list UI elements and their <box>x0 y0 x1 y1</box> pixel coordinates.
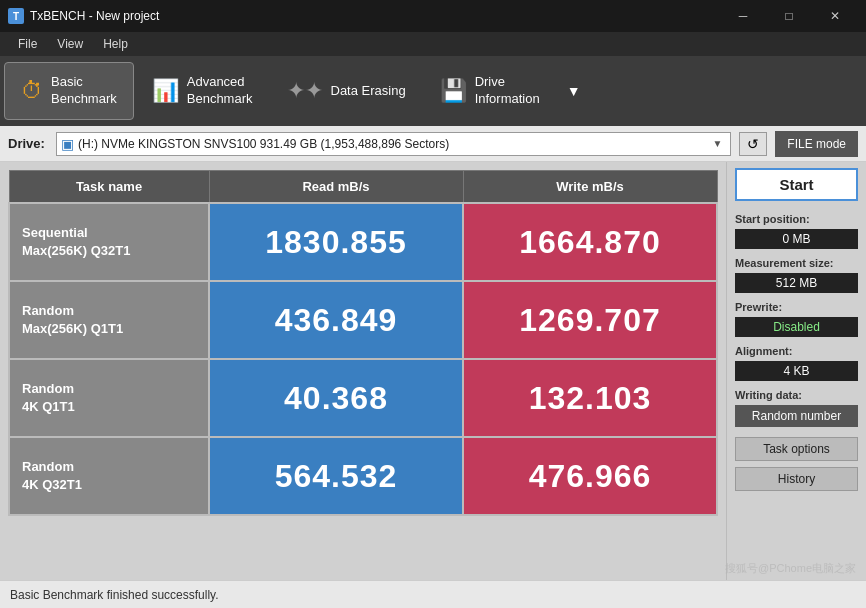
main-content: Task name Read mB/s Write mB/s Sequentia… <box>0 162 866 580</box>
read-value-random-4k-q32: 564.532 <box>209 437 463 515</box>
tab-data-erasing[interactable]: ✦✦ Data Erasing <box>271 62 422 120</box>
drive-select-icon: ▣ <box>61 136 74 152</box>
tab-basic-benchmark[interactable]: ⏱ BasicBenchmark <box>4 62 134 120</box>
title-bar: T TxBENCH - New project ─ □ ✕ <box>0 0 866 32</box>
refresh-icon: ↺ <box>747 136 759 152</box>
timer-icon: ⏱ <box>21 78 43 104</box>
task-name-random-256k: RandomMax(256K) Q1T1 <box>9 281 209 359</box>
dropdown-arrow-icon: ▼ <box>708 138 726 149</box>
title-bar-text: TxBENCH - New project <box>30 9 720 23</box>
task-name-random-4k-q32: Random4K Q32T1 <box>9 437 209 515</box>
app-icon: T <box>8 8 24 24</box>
menu-bar: File View Help <box>0 32 866 56</box>
drive-select-text: (H:) NVMe KINGSTON SNVS100 931.49 GB (1,… <box>78 137 708 151</box>
chevron-down-icon: ▼ <box>567 83 581 99</box>
write-value-random-4k-q1: 132.103 <box>463 359 717 437</box>
history-button[interactable]: History <box>735 467 858 491</box>
minimize-button[interactable]: ─ <box>720 0 766 32</box>
prewrite-label: Prewrite: <box>735 301 858 313</box>
status-bar: Basic Benchmark finished successfully. <box>0 580 866 608</box>
title-bar-controls: ─ □ ✕ <box>720 0 858 32</box>
measurement-size-value: 512 MB <box>735 273 858 293</box>
read-value-sequential: 1830.855 <box>209 203 463 281</box>
erasing-icon: ✦✦ <box>287 78 323 104</box>
col-read: Read mB/s <box>209 171 463 204</box>
task-options-button[interactable]: Task options <box>735 437 858 461</box>
menu-view[interactable]: View <box>47 35 93 53</box>
drive-information-label: DriveInformation <box>475 74 540 108</box>
write-value-sequential: 1664.870 <box>463 203 717 281</box>
table-area: Task name Read mB/s Write mB/s Sequentia… <box>0 162 726 580</box>
basic-benchmark-label: BasicBenchmark <box>51 74 117 108</box>
menu-help[interactable]: Help <box>93 35 138 53</box>
col-write: Write mB/s <box>463 171 717 204</box>
measurement-size-label: Measurement size: <box>735 257 858 269</box>
task-name-sequential: SequentialMax(256K) Q32T1 <box>9 203 209 281</box>
toolbar-dropdown[interactable]: ▼ <box>560 62 588 120</box>
alignment-label: Alignment: <box>735 345 858 357</box>
menu-file[interactable]: File <box>8 35 47 53</box>
read-value-random-256k: 436.849 <box>209 281 463 359</box>
toolbar: ⏱ BasicBenchmark 📊 AdvancedBenchmark ✦✦ … <box>0 56 866 126</box>
start-button[interactable]: Start <box>735 168 858 201</box>
data-erasing-label: Data Erasing <box>331 83 406 100</box>
read-value-random-4k-q1: 40.368 <box>209 359 463 437</box>
benchmark-table: Task name Read mB/s Write mB/s Sequentia… <box>8 170 718 516</box>
chart-icon: 📊 <box>152 78 179 104</box>
status-text: Basic Benchmark finished successfully. <box>10 588 219 602</box>
tab-drive-information[interactable]: 💾 DriveInformation <box>424 62 556 120</box>
table-row: RandomMax(256K) Q1T1 436.849 1269.707 <box>9 281 717 359</box>
file-mode-button[interactable]: FILE mode <box>775 131 858 157</box>
close-button[interactable]: ✕ <box>812 0 858 32</box>
drive-refresh-button[interactable]: ↺ <box>739 132 767 156</box>
right-panel: Start Start position: 0 MB Measurement s… <box>726 162 866 580</box>
table-row: Random4K Q1T1 40.368 132.103 <box>9 359 717 437</box>
col-task-name: Task name <box>9 171 209 204</box>
start-position-label: Start position: <box>735 213 858 225</box>
advanced-benchmark-label: AdvancedBenchmark <box>187 74 253 108</box>
prewrite-value: Disabled <box>735 317 858 337</box>
alignment-value: 4 KB <box>735 361 858 381</box>
drive-label: Drive: <box>8 136 48 151</box>
maximize-button[interactable]: □ <box>766 0 812 32</box>
tab-advanced-benchmark[interactable]: 📊 AdvancedBenchmark <box>136 62 269 120</box>
drive-info-icon: 💾 <box>440 78 467 104</box>
writing-data-label: Writing data: <box>735 389 858 401</box>
start-position-value: 0 MB <box>735 229 858 249</box>
drive-bar: Drive: ▣ (H:) NVMe KINGSTON SNVS100 931.… <box>0 126 866 162</box>
table-row: Random4K Q32T1 564.532 476.966 <box>9 437 717 515</box>
task-name-random-4k-q1: Random4K Q1T1 <box>9 359 209 437</box>
writing-data-button[interactable]: Random number <box>735 405 858 427</box>
drive-select[interactable]: ▣ (H:) NVMe KINGSTON SNVS100 931.49 GB (… <box>56 132 731 156</box>
write-value-random-256k: 1269.707 <box>463 281 717 359</box>
table-row: SequentialMax(256K) Q32T1 1830.855 1664.… <box>9 203 717 281</box>
write-value-random-4k-q32: 476.966 <box>463 437 717 515</box>
